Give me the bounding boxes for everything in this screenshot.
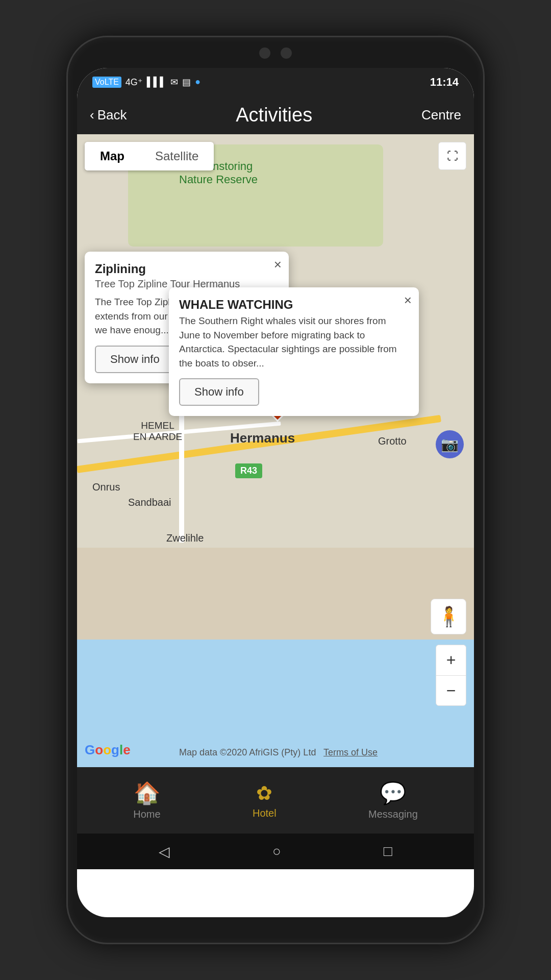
back-button[interactable]: ‹ Back	[90, 107, 127, 123]
road-r43-badge: R43	[235, 463, 262, 478]
phone-frame: VoLTE 4G⁺ ▌▌▌ ✉ ▤ ● 11:14 ‹ Back Activit…	[66, 36, 485, 944]
popup1-title: Ziplining	[95, 262, 279, 276]
page-title: Activities	[236, 104, 312, 126]
map-attribution: Map data ©2020 AfriGIS (Pty) Ltd Terms o…	[179, 747, 378, 758]
wifi-icon: ●	[195, 77, 201, 87]
zoom-in-button[interactable]: +	[436, 645, 466, 675]
network-icon: 4G⁺	[126, 77, 143, 88]
map-label-zwelihle: Zwelihle	[166, 532, 204, 544]
top-navigation: ‹ Back Activities Centre	[77, 96, 474, 134]
camera-dot-left	[259, 47, 270, 59]
popup2-close-button[interactable]: ×	[404, 293, 412, 307]
status-left: VoLTE 4G⁺ ▌▌▌ ✉ ▤ ●	[92, 77, 201, 88]
tab-home[interactable]: 🏠 Home	[133, 780, 160, 820]
map-label-sandbaai: Sandbaai	[128, 497, 171, 508]
popup2-show-info-button[interactable]: Show info	[179, 378, 259, 406]
centre-button[interactable]: Centre	[421, 107, 461, 123]
home-tab-icon: 🏠	[134, 780, 160, 805]
map-type-toggle[interactable]: Map Satellite	[85, 142, 214, 170]
phone-screen: VoLTE 4G⁺ ▌▌▌ ✉ ▤ ● 11:14 ‹ Back Activit…	[77, 68, 474, 917]
tab-hotel[interactable]: ✿ Hotel	[253, 782, 277, 819]
android-recent-button[interactable]: □	[384, 843, 392, 860]
map-view-button[interactable]: Map	[85, 142, 140, 170]
popup2-text: The Southern Right whales visit our shor…	[179, 314, 409, 370]
android-back-button[interactable]: ◁	[159, 843, 170, 860]
google-logo: Google	[85, 742, 131, 758]
android-home-button[interactable]: ○	[272, 843, 281, 860]
map-zoom-controls: + −	[436, 645, 466, 706]
popup1-close-button[interactable]: ×	[274, 258, 282, 271]
sim-icon: ▤	[182, 77, 191, 88]
satellite-view-button[interactable]: Satellite	[140, 142, 214, 170]
fullscreen-icon: ⛶	[447, 150, 458, 163]
street-view-button[interactable]: 🧍	[431, 599, 466, 634]
messaging-tab-label: Messaging	[368, 808, 418, 820]
bottom-tab-bar: 🏠 Home ✿ Hotel 💬 Messaging	[77, 767, 474, 834]
camera-dot-right	[281, 47, 292, 59]
hotel-tab-icon: ✿	[256, 782, 272, 804]
map-container: R43 Hermanus HEMELEN AARDE Onrus Sandbaa…	[77, 134, 474, 767]
coastal-land	[77, 548, 474, 640]
person-icon: 🧍	[437, 605, 461, 628]
camera-area	[259, 47, 292, 59]
popup2-title: WHALE WATCHING	[179, 298, 409, 312]
back-chevron-icon: ‹	[90, 107, 94, 123]
popup1-show-info-button[interactable]: Show info	[95, 346, 175, 373]
volte-icon: VoLTE	[92, 77, 121, 88]
camera-map-icon: 📷	[436, 430, 464, 458]
fullscreen-button[interactable]: ⛶	[438, 142, 466, 170]
signal-icon: ▌▌▌	[147, 77, 166, 87]
map-label-onrus: Onrus	[92, 481, 120, 493]
messaging-tab-icon: 💬	[380, 780, 406, 805]
map-label-hemel: HEMELEN AARDE	[133, 420, 182, 443]
google-g: G	[85, 742, 95, 757]
hotel-tab-label: Hotel	[253, 807, 277, 819]
map-label-hermanus: Hermanus	[230, 430, 295, 446]
whale-watching-popup: × WHALE WATCHING The Southern Right whal…	[169, 287, 419, 416]
back-label[interactable]: Back	[97, 107, 127, 123]
map-background: R43 Hermanus HEMELEN AARDE Onrus Sandbaa…	[77, 134, 474, 767]
tab-messaging[interactable]: 💬 Messaging	[368, 780, 418, 820]
map-label-grotto: Grotto	[378, 435, 407, 447]
status-time: 11:14	[430, 76, 459, 89]
home-tab-label: Home	[133, 808, 160, 820]
android-navigation-bar: ◁ ○ □	[77, 834, 474, 869]
mail-icon: ✉	[170, 77, 178, 88]
status-bar: VoLTE 4G⁺ ▌▌▌ ✉ ▤ ● 11:14	[77, 68, 474, 96]
zoom-out-button[interactable]: −	[436, 675, 466, 706]
